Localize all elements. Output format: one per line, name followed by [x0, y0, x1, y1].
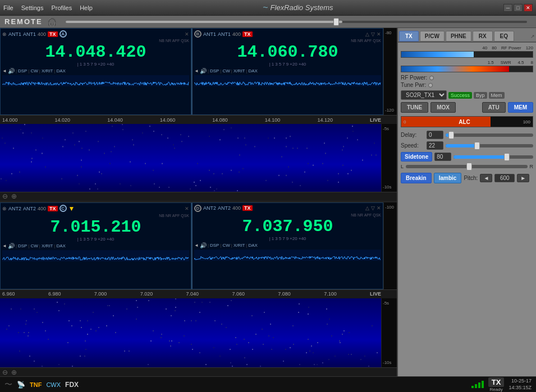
menu-profiles[interactable]: Profiles — [51, 4, 72, 11]
tab-eq[interactable]: EQ — [494, 31, 514, 41]
vfo-c-frequency[interactable]: 7.015.210 — [2, 219, 189, 236]
vfo-a-speaker-icon[interactable]: ◄ — [2, 68, 7, 73]
sidetone-value[interactable] — [434, 153, 451, 161]
speed-value[interactable] — [427, 141, 443, 150]
pitch-increment-button[interactable]: ► — [517, 174, 529, 182]
atu-button[interactable]: ATU — [482, 102, 506, 113]
radio1-freq-scale: 14.000 14.020 14.040 14.060 14.080 14.10… — [0, 115, 397, 124]
vfo-b-frequency[interactable]: 14.060.780 — [194, 44, 381, 61]
vfo-a-frequency[interactable]: 14.048.420 — [2, 44, 189, 61]
vfo-c-cw-btn[interactable]: CW — [31, 243, 38, 248]
radio1-freq-3: 14.060 — [160, 117, 213, 123]
vfo-c-speaker-icon[interactable]: ◄ — [2, 243, 7, 248]
radio1-zoom-in-icon[interactable]: ⊕ — [11, 192, 17, 200]
vfo-a-vol-icon[interactable]: 🔊 — [8, 68, 15, 74]
lr-slider[interactable] — [466, 163, 472, 170]
menu-help[interactable]: Help — [80, 4, 93, 11]
vfo-d-s3: 3 — [275, 236, 277, 241]
vfo-c-dsp-btn[interactable]: DSP — [18, 243, 27, 248]
vfo-b-s1: 1 — [272, 62, 274, 67]
status-datetime: 10-25-17 14:35:15Z — [508, 378, 532, 391]
radio1-freq-6: 14.120 — [317, 117, 370, 123]
vfo-d-cw-btn[interactable]: CW — [223, 243, 230, 248]
sidetone-slider[interactable] — [504, 153, 510, 161]
radio1-zoom-out-icon[interactable]: ⊖ — [2, 192, 8, 200]
tune-button[interactable]: TUNE — [401, 102, 428, 113]
vfo-d-dax-btn[interactable]: DAX — [248, 243, 257, 248]
vfo-a-mute-icon[interactable]: ⊗ — [2, 31, 7, 37]
radio2-freq-7: 7.100 — [324, 291, 370, 297]
radio2-freq-0: 6.960 — [2, 291, 48, 297]
radio2-freq-5: 7.060 — [232, 291, 278, 297]
right-panel-expand-icon[interactable]: ↗ — [530, 34, 535, 41]
vfo-c-dax-btn[interactable]: DAX — [56, 243, 65, 248]
vfo-c-xrit-btn[interactable]: X/RIT — [42, 243, 53, 248]
vfo-c-spectrum — [2, 250, 189, 261]
vfo-b-sep4: | — [246, 68, 247, 73]
close-button[interactable]: ✕ — [524, 4, 533, 12]
vfo-c-vol-icon[interactable]: 🔊 — [8, 243, 15, 249]
radio2-zoom-out-icon[interactable]: ⊖ — [2, 368, 8, 376]
vfo-a-dax-btn[interactable]: DAX — [56, 68, 65, 73]
profile-dropdown[interactable]: SO2R_TX1 — [401, 90, 447, 100]
delay-label: Delay: — [401, 132, 424, 138]
vfo-d-vol-icon[interactable]: 🔊 — [200, 242, 207, 248]
maximize-button[interactable]: □ — [514, 4, 523, 12]
vfo-c-close-icon[interactable]: ✕ — [185, 206, 189, 211]
vfo-b-expand-icon[interactable]: △ — [365, 31, 369, 37]
vfo-a-dsp-btn[interactable]: DSP — [18, 68, 27, 73]
tab-tx[interactable]: TX — [399, 31, 419, 41]
vfo-d-frequency[interactable]: 7.037.950 — [194, 218, 381, 235]
sidetone-button[interactable]: Sidetone — [401, 152, 432, 162]
vfo-a-close-icon[interactable]: ✕ — [185, 31, 189, 37]
vfo-b-collapse-icon[interactable]: ▽ — [371, 31, 375, 37]
vfo-d-dsp-btn[interactable]: DSP — [210, 243, 219, 248]
mem-button[interactable]: MEM — [508, 102, 533, 113]
vfo-b-vol-icon[interactable]: 🔊 — [200, 68, 207, 74]
menu-file[interactable]: File — [3, 4, 13, 11]
radio1-freq-4: 14.080 — [212, 117, 265, 123]
vfo-b-s3: 3 — [275, 62, 277, 67]
vfo-d-speaker-icon[interactable]: ◄ — [194, 243, 199, 248]
vfo-b-cw-btn[interactable]: CW — [223, 68, 230, 73]
vfo-d-expand-icon[interactable]: △ — [365, 205, 369, 211]
vfo-c-mute-icon[interactable]: ⊗ — [2, 206, 7, 211]
vfo-b-speaker-icon[interactable]: ◄ — [194, 68, 199, 73]
vfo-b-xrit-btn[interactable]: X/RIT — [233, 68, 245, 73]
vfo-b-s20: +20 — [290, 62, 297, 67]
vfo-a-sep3: | — [39, 68, 40, 73]
radio2-freq-1: 6.980 — [48, 291, 94, 297]
vfo-a-xrit-btn[interactable]: X/RIT — [42, 68, 53, 73]
iambic-button[interactable]: Iambic — [434, 173, 462, 183]
delay-value[interactable] — [427, 131, 443, 139]
tab-pcw[interactable]: P/CW — [420, 31, 445, 41]
pitch-value[interactable] — [494, 174, 515, 182]
vfo-d-close-icon[interactable]: ✕ — [377, 205, 381, 211]
rf-power-dot-indicator — [429, 76, 434, 80]
vfo-d-collapse-icon[interactable]: ▽ — [371, 205, 375, 211]
vfo-b-dax-btn[interactable]: DAX — [248, 68, 257, 73]
delay-slider[interactable] — [448, 131, 454, 139]
rf-power-section: 4080RF Power120 — [401, 45, 533, 58]
vfo-a-cw-btn[interactable]: CW — [31, 68, 38, 73]
vfo-b-close-icon[interactable]: ✕ — [377, 31, 381, 37]
tab-phne[interactable]: PHNE — [446, 31, 471, 41]
pitch-decrement-button[interactable]: ◄ — [480, 174, 492, 182]
success-badge: Success — [448, 92, 472, 99]
byp-badge: Byp — [474, 92, 487, 99]
breakin-button[interactable]: Breakin — [401, 173, 432, 183]
radio2-bottom-icons: ⊖ ⊕ — [0, 367, 397, 376]
vfo-a-signal-1: | — [77, 62, 79, 67]
tab-rx[interactable]: RX — [473, 31, 493, 41]
vfo-b-dsp-btn[interactable]: DSP — [210, 68, 219, 73]
radio2-zoom-in-icon[interactable]: ⊕ — [11, 368, 17, 376]
mox-button[interactable]: MOX — [430, 102, 456, 113]
remote-volume-slider[interactable] — [333, 18, 339, 26]
vfo-d-xrit-btn[interactable]: X/RIT — [233, 243, 245, 248]
remote-label: REMOTE — [4, 17, 43, 26]
radio1-wf-scale-right: -5s -10s — [381, 124, 397, 192]
vfo-d-ant1-label: ANT2 — [203, 205, 216, 211]
minimize-button[interactable]: ─ — [503, 4, 512, 12]
speed-slider[interactable] — [474, 142, 480, 150]
menu-settings[interactable]: Settings — [21, 4, 44, 11]
